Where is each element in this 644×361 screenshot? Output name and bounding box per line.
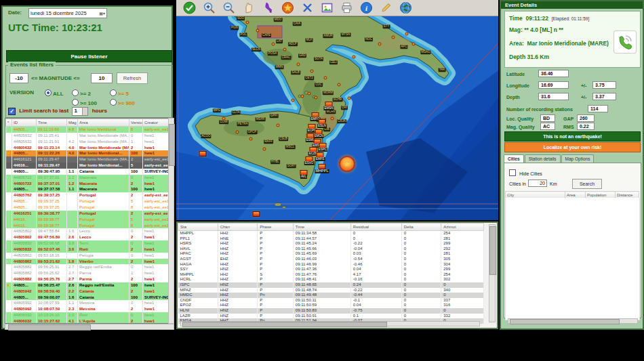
station-label[interactable]: MCRV (325, 110, 336, 114)
station-row[interactable]: MPAZHHZP09:11:48.74-0.220340 (178, 288, 484, 293)
event-row[interactable]: 4480599210:08:07.592.3Messina2hew1 (6, 306, 169, 312)
stations-count-field[interactable]: 114 (588, 105, 608, 112)
events-table-header[interactable]: *IDTimeMagAreaVersionCreator (6, 119, 169, 127)
magnitude-min-input[interactable]: -10 (9, 73, 28, 83)
event-row[interactable]: 44805...09:39:37.25Portugal8early-est_ee… (6, 205, 169, 211)
calendar-icon[interactable]: ▦▾ (99, 11, 105, 16)
not-earthquake-button[interactable]: This is not an earthquake! (504, 131, 641, 142)
event-row[interactable]: 4480599210:08:07.591.1Messina0hew1 (6, 300, 169, 306)
event-row[interactable]: 4480586209:53:21.621.8Viterbo2hew1 (6, 259, 169, 265)
station-label[interactable]: STY (383, 24, 390, 28)
map-view[interactable]: SOOMDOCAIASTYPGNPOLCAFELATADLPMLFAMURMTS… (176, 16, 498, 220)
hide-cities-checkbox[interactable] (509, 169, 516, 176)
longitude-field[interactable]: 16.69 (538, 81, 569, 89)
version-radio-2[interactable]: >= 2 (72, 89, 91, 97)
station-row[interactable]: MHPPLHH2P09:11:34.5800254 (178, 231, 484, 236)
localize-button[interactable]: Localize at your own risk! (504, 142, 641, 152)
station-row[interactable]: HSRSHHZP09:11:45.24-0.220299 (178, 241, 484, 247)
station-label[interactable]: COMI (219, 120, 228, 124)
info-icon[interactable]: i (359, 0, 374, 16)
station-row[interactable]: CNDFHHZP09:11:50.11-0.10337 (178, 298, 484, 303)
station-label[interactable]: RAFF (264, 140, 273, 144)
world-globe-icon[interactable] (398, 0, 414, 16)
event-row[interactable]: 4480572209:37:37.011.2Macerata0hew1 (6, 175, 169, 181)
confirm-icon[interactable] (182, 0, 197, 16)
events-vertical-scrollbar[interactable] (168, 118, 174, 324)
station-label[interactable]: ORI (341, 106, 348, 110)
station-row[interactable]: HPACHHZP09:11:45.690.030281 (178, 251, 484, 257)
event-row[interactable]: ★44805...09:56:25.472.6Reggio nell'Emili… (6, 282, 169, 289)
station-label[interactable]: CET2 (304, 76, 314, 80)
station-row[interactable]: EPOZHHZP09:11:50.590.040316 (178, 303, 484, 308)
italy-view-icon[interactable] (260, 0, 276, 16)
event-row[interactable]: 4480580209:47:56.892.6Lecco2hew1 (6, 234, 169, 240)
event-row[interactable]: 4480603210:15:27.624.1L'Aquila2hew1 (6, 318, 169, 324)
station-label[interactable]: CRAC (281, 56, 291, 60)
event-row[interactable]: 4480572209:37:37.011.2Macerata2hew1 (6, 181, 169, 187)
station-row[interactable]: HMDCHHZPn09:11:49.48-0.4400 (178, 293, 484, 298)
latitude-field[interactable]: 36.46 (538, 70, 569, 77)
zoom-out-icon[interactable] (221, 0, 237, 16)
draw-pencil-icon[interactable] (378, 0, 394, 16)
station-label[interactable]: EMSN (323, 106, 334, 110)
event-row[interactable]: 4480603210:15:26.102.0Rieti0hew1 (6, 312, 169, 318)
triggered-station-marker[interactable] (199, 151, 207, 156)
clear-x-icon[interactable] (300, 0, 315, 16)
station-label[interactable]: ESPC (318, 148, 327, 152)
station-label[interactable]: PGN (230, 26, 239, 30)
longitude-error-field[interactable]: 3.75 (592, 81, 616, 89)
station-row[interactable]: PPL1HNEP09:11:44.5700281 (178, 236, 484, 242)
station-label[interactable]: TAR (439, 68, 446, 72)
event-row[interactable]: 44616...09:39:38.77Portugal5early-est_ee… (6, 217, 169, 223)
station-label[interactable]: MPG (213, 108, 221, 112)
epicenter-marker[interactable]: ★ (339, 156, 355, 172)
station-label[interactable]: GPCP (247, 130, 258, 134)
print-icon[interactable] (339, 0, 355, 16)
tab-cities[interactable]: Cities (504, 154, 524, 163)
station-label[interactable]: POSA (268, 51, 278, 56)
event-row[interactable]: 44805...09:39:37.25Portugal5early-est_ee… (6, 198, 169, 205)
event-row[interactable]: 44805...09:11:19.664.8Mar Ionio Meridion… (6, 127, 169, 133)
station-label[interactable]: MSAG (420, 50, 430, 54)
station-label[interactable]: ESLN (317, 124, 327, 128)
refresh-button[interactable]: Refresh (117, 72, 148, 84)
pause-listener-button[interactable]: Pause listener (6, 50, 172, 62)
event-row[interactable]: 4480563209:11:23.144.0Mar Ionio Meridion… (6, 145, 169, 151)
limit-search-checkbox[interactable]: ✓ (8, 108, 16, 115)
depth-error-field[interactable]: 3.37 (592, 93, 616, 100)
event-row[interactable]: 4480576209:39:37.25Portugal2early-est_ee… (6, 192, 169, 198)
station-label[interactable]: MSCL (285, 145, 296, 149)
event-row[interactable]: 4461612109:11:29.47Mar Ionio Meridionale… (6, 156, 169, 163)
station-label[interactable]: CSLB (279, 137, 288, 141)
station-label[interactable]: MLF (306, 38, 313, 42)
station-row[interactable]: MHPPLHH2S09:11:47.764.170254 (178, 272, 484, 278)
event-row[interactable]: 4480588209:56:25.912.7Reggio nell'Emilia… (6, 264, 169, 270)
image-export-icon[interactable] (319, 0, 335, 16)
station-label[interactable]: POL (239, 33, 247, 37)
station-label[interactable]: SALB (291, 70, 300, 75)
version-radio-all[interactable]: ALL (45, 89, 64, 97)
event-row[interactable]: 4480583209:52:07.463.6Rieti2hew1 (6, 247, 169, 253)
event-row[interactable]: 44616...09:11:29.47Mar Ionio Meridional.… (6, 163, 169, 169)
cities-table-header[interactable]: CityAreaPopulationDistance (506, 192, 639, 198)
depth-field[interactable]: 31.6 (538, 93, 569, 100)
station-label[interactable]: ESVO (304, 161, 315, 165)
gap-field[interactable]: 260 (577, 114, 595, 122)
cities-km-input[interactable]: 20 (528, 179, 547, 187)
station-label[interactable]: CUC (315, 83, 323, 87)
station-label[interactable]: CLTA (232, 110, 241, 114)
zoom-in-icon[interactable] (201, 0, 217, 16)
station-vertical-scrollbar[interactable] (489, 224, 496, 322)
event-row[interactable]: 44805...09:30:47.951.1Catania100SURVEY-I… (6, 169, 169, 175)
date-picker[interactable]: lunedì 15 dicembre 2025 ▦▾ (28, 8, 107, 18)
station-row[interactable]: SSYHNZP09:11:47.360.040299 (178, 267, 484, 272)
station-label[interactable]: GRD (298, 54, 306, 58)
station-row[interactable]: HAGAHHZP09:11:46.99-0.460304 (178, 262, 484, 268)
station-row[interactable]: LAZRHNZP09:11:50.910.10332 (178, 314, 484, 319)
event-row[interactable]: 44805...09:59:00.071.6Catania100SURVEY-I… (6, 295, 169, 301)
version-radio-5[interactable]: >= 5 (110, 89, 129, 97)
station-row[interactable]: HAVLHHZP09:11:45.66-0.040292 (178, 247, 484, 252)
call-button[interactable] (613, 30, 637, 54)
station-label[interactable]: SOO (237, 16, 245, 20)
mag-quality-field[interactable]: AC (540, 123, 555, 130)
